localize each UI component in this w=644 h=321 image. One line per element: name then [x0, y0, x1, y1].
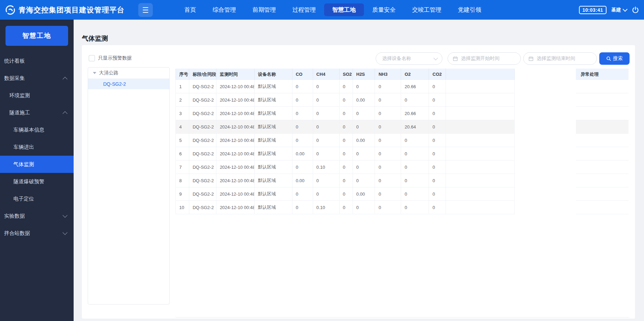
sidebar-module-button[interactable]: 智慧工地	[6, 26, 68, 46]
top-header-bar: 青海交控集团项目建设管理平台 首页综合管理前期管理过程管理智慧工地质量安全交竣工…	[0, 0, 644, 20]
search-button[interactable]: 搜索	[599, 52, 630, 65]
nav-item[interactable]: 党建引领	[450, 3, 490, 16]
table-row[interactable]: 8DQ-SG2-22024-12-10 00:48:...默认区域0.00000…	[175, 174, 515, 187]
sidebar-item[interactable]: 隧道爆破预警	[0, 173, 74, 190]
table-cell: 0	[375, 134, 401, 147]
column-header: CO	[292, 69, 313, 80]
table-cell: 0	[313, 134, 340, 147]
nav-item[interactable]: 智慧工地	[324, 3, 364, 16]
table-cell: 默认区域	[255, 174, 292, 187]
table-cell: 1	[176, 80, 189, 93]
column-header: 序号	[176, 69, 189, 80]
table-cell: 0	[401, 201, 429, 214]
table-cell: 0	[313, 187, 340, 201]
table-cell: 0.00	[292, 174, 313, 187]
table-cell: 0	[340, 134, 353, 147]
nav-item[interactable]: 交竣工管理	[404, 3, 450, 16]
menu-collapse-button[interactable]	[138, 3, 153, 17]
nav-item[interactable]: 首页	[176, 3, 204, 16]
tree-node-root[interactable]: 大清公路	[88, 68, 169, 79]
table-cell: 0	[313, 80, 340, 93]
sidebar-item[interactable]: 隧道施工	[0, 104, 74, 121]
sidebar: 智慧工地 统计看板数据采集环境监测隧道施工车辆基本信息车辆进出气体监测隧道爆破预…	[0, 20, 74, 321]
logout-power-button[interactable]	[632, 6, 639, 14]
table-row[interactable]: 1DQ-SG2-22024-12-10 00:48:...默认区域0000020…	[175, 80, 515, 93]
start-time-placeholder: 选择监测开始时间	[461, 55, 500, 62]
table-header-row: 序号标段/合同段监测时间设备名称COCH4SO2H2SNH3O2CO2	[175, 69, 515, 80]
table-row[interactable]: 2DQ-SG2-22024-12-10 00:48:...默认区域0000.00…	[175, 93, 515, 107]
fixed-column-cell	[576, 160, 629, 174]
table-row[interactable]: 5DQ-SG2-22024-12-10 00:48:...默认区域0000.00…	[175, 134, 515, 147]
sidebar-item-label: 实验数据	[4, 213, 25, 219]
sidebar-item[interactable]: 拌合站数据	[0, 225, 74, 242]
table-cell: 2024-12-10 00:48:...	[216, 107, 255, 120]
table-cell: 0	[429, 201, 446, 214]
table-cell: 2024-12-10 00:48:...	[216, 80, 255, 93]
table-cell: 2024-12-10 00:48:...	[216, 187, 255, 201]
table-cell: 0	[353, 160, 375, 174]
sidebar-item-label: 气体监测	[13, 161, 34, 168]
user-menu[interactable]: 基建	[611, 7, 627, 13]
table-row[interactable]: 10DQ-SG2-22024-12-10 00:48:...默认区域00.100…	[175, 201, 515, 214]
table-cell: 0	[292, 201, 313, 214]
caret-down-icon	[93, 72, 96, 74]
chevron-down-icon	[63, 213, 67, 218]
sidebar-item[interactable]: 气体监测	[0, 156, 74, 173]
table-cell: 0	[429, 147, 446, 160]
table-row[interactable]: 4DQ-SG2-22024-12-10 00:48:...默认区域0000020…	[175, 120, 515, 134]
fixed-column-cell	[576, 134, 629, 147]
table-cell: 3	[176, 107, 189, 120]
end-time-picker[interactable]: 选择监测结束时间	[523, 52, 597, 65]
table-cell: 0	[375, 93, 401, 107]
table-cell: 2024-12-10 00:48:...	[216, 93, 255, 107]
sidebar-item[interactable]: 电子定位	[0, 190, 74, 207]
table-cell: 默认区域	[255, 160, 292, 174]
table-cell: DQ-SG2-2	[189, 80, 216, 93]
table-cell: 2024-12-10 00:48:...	[216, 174, 255, 187]
start-time-picker[interactable]: 选择监测开始时间	[448, 52, 521, 65]
table-row[interactable]: 3DQ-SG2-22024-12-10 00:48:...默认区域0000020…	[175, 107, 515, 120]
page-title: 气体监测	[82, 34, 108, 43]
nav-item[interactable]: 过程管理	[284, 3, 324, 16]
company-logo-icon	[5, 4, 16, 15]
column-header: H2S	[353, 69, 375, 80]
table-cell: 默认区域	[255, 93, 292, 107]
table-cell: 2024-12-10 00:48:...	[216, 134, 255, 147]
warning-only-checkbox[interactable]: 只显示预警数据	[89, 55, 132, 61]
table-cell: 0	[313, 147, 340, 160]
sidebar-item[interactable]: 实验数据	[0, 207, 74, 225]
table-cell-filler	[446, 93, 515, 107]
table-cell: 0	[313, 107, 340, 120]
sidebar-item[interactable]: 车辆进出	[0, 138, 74, 156]
sidebar-item[interactable]: 数据采集	[0, 70, 74, 87]
table-cell: 0	[429, 174, 446, 187]
table-cell: 0	[375, 201, 401, 214]
table-cell: DQ-SG2-2	[189, 134, 216, 147]
sidebar-item[interactable]: 环境监测	[0, 87, 74, 104]
search-button-label: 搜索	[613, 55, 623, 62]
nav-item[interactable]: 前期管理	[244, 3, 284, 16]
table-cell: 0	[340, 107, 353, 120]
fixed-column-cell	[576, 80, 629, 93]
fixed-column-cell	[576, 201, 629, 214]
tree-node-selected[interactable]: DQ-SG2-2	[88, 79, 169, 89]
nav-item[interactable]: 综合管理	[204, 3, 244, 16]
table-cell: 0	[429, 187, 446, 201]
search-icon	[606, 56, 611, 61]
table-cell: 默认区域	[255, 201, 292, 214]
nav-item[interactable]: 质量安全	[364, 3, 404, 16]
device-name-select[interactable]: 选择设备名称	[376, 52, 442, 65]
table-row[interactable]: 7DQ-SG2-22024-12-10 00:48:...默认区域00.1000…	[175, 160, 515, 174]
sidebar-menu: 统计看板数据采集环境监测隧道施工车辆基本信息车辆进出气体监测隧道爆破预警电子定位…	[0, 52, 74, 242]
table-cell: 默认区域	[255, 147, 292, 160]
sidebar-item[interactable]: 车辆基本信息	[0, 121, 74, 138]
table-row[interactable]: 9DQ-SG2-22024-12-10 00:48:...默认区域0000.00…	[175, 187, 515, 201]
table-cell-filler	[446, 120, 515, 134]
column-header: NH3	[375, 69, 401, 80]
sidebar-item[interactable]: 统计看板	[0, 52, 74, 70]
fixed-column-cell	[576, 93, 629, 107]
table-row[interactable]: 6DQ-SG2-22024-12-10 00:48:...默认区域0.00000…	[175, 147, 515, 160]
table-cell: 0.00	[353, 187, 375, 201]
table-cell: 0	[353, 80, 375, 93]
table-cell: 0	[401, 160, 429, 174]
